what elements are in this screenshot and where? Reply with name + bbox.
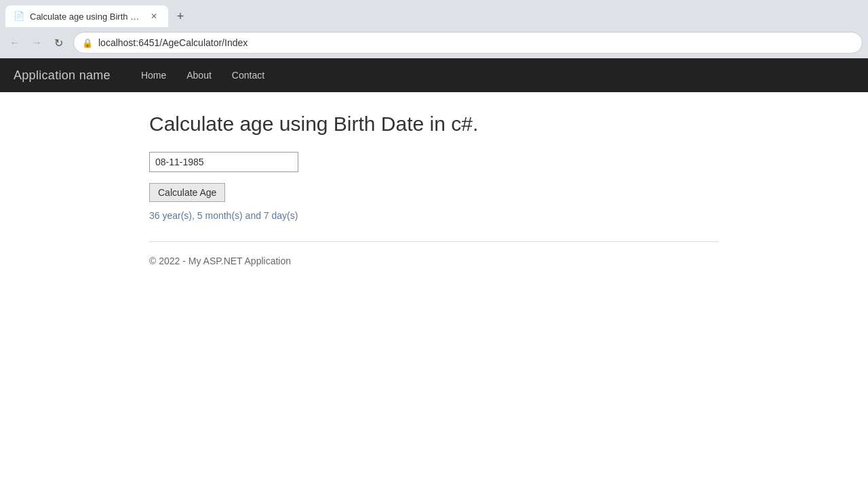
lock-icon: 🔒: [82, 38, 93, 48]
footer-text: © 2022 - My ASP.NET Application: [149, 256, 719, 266]
tab-close-button[interactable]: ✕: [148, 10, 160, 22]
calculate-age-button[interactable]: Calculate Age: [149, 183, 225, 202]
url-bar[interactable]: 🔒 localhost:6451/AgeCalculator/Index: [73, 32, 863, 54]
back-button[interactable]: ←: [5, 33, 24, 52]
app-navbar: Application name Home About Contact: [0, 58, 868, 92]
browser-chrome: 📄 Calculate age using Birth Date in ✕ + …: [0, 0, 868, 431]
page-title: Calculate age using Birth Date in c#.: [149, 113, 719, 136]
url-text: localhost:6451/AgeCalculator/Index: [98, 37, 248, 48]
nav-link-home[interactable]: Home: [131, 60, 176, 91]
content-divider: [149, 241, 719, 242]
tab-title: Calculate age using Birth Date in: [30, 12, 142, 22]
footer-label: © 2022 - My ASP.NET Application: [149, 256, 291, 266]
nav-link-contact[interactable]: Contact: [222, 60, 275, 91]
new-tab-button[interactable]: +: [171, 7, 190, 26]
tab-favicon-icon: 📄: [14, 11, 24, 22]
tab-bar: 📄 Calculate age using Birth Date in ✕ +: [0, 0, 868, 27]
nav-buttons: ← → ↻: [5, 33, 68, 52]
reload-button[interactable]: ↻: [49, 33, 68, 52]
browser-tab[interactable]: 📄 Calculate age using Birth Date in ✕: [5, 5, 168, 27]
result-text: 36 year(s), 5 month(s) and 7 day(s): [149, 210, 719, 221]
date-input[interactable]: [149, 152, 298, 172]
nav-link-about[interactable]: About: [176, 60, 222, 91]
address-bar: ← → ↻ 🔒 localhost:6451/AgeCalculator/Ind…: [0, 27, 868, 58]
nav-links: Home About Contact: [131, 60, 275, 91]
forward-button[interactable]: →: [27, 33, 46, 52]
app-brand[interactable]: Application name: [14, 68, 111, 83]
page-content: Calculate age using Birth Date in c#. Ca…: [0, 92, 868, 431]
